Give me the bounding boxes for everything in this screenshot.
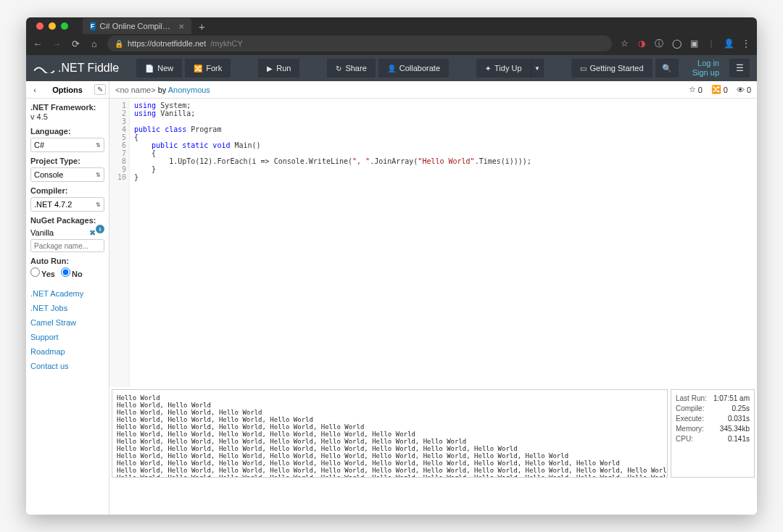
- favicon: F: [90, 22, 96, 30]
- fork-button[interactable]: 🔀Fork: [185, 59, 231, 78]
- book-icon: ▭: [580, 65, 587, 72]
- adblock-icon[interactable]: ◑: [637, 38, 647, 49]
- file-icon: 📄: [145, 65, 154, 72]
- reload-button[interactable]: ⟳: [70, 38, 81, 49]
- sidebar-link-3[interactable]: Support: [30, 333, 104, 341]
- language-label: Language:: [30, 127, 104, 136]
- autorun-yes[interactable]: Yes: [30, 267, 55, 278]
- share-icon: ↻: [336, 65, 341, 72]
- tab-title: C# Online Compiler | .NET Fid…: [100, 22, 173, 30]
- back-button[interactable]: ←: [32, 38, 44, 49]
- sidebar-link-5[interactable]: Contact us: [30, 362, 104, 370]
- project-type-select[interactable]: Console⇅: [30, 167, 104, 182]
- url-host: https://dotnetfiddle.net: [128, 39, 206, 48]
- url-path: /mykhCY: [210, 39, 243, 48]
- collapse-sidebar[interactable]: ‹: [29, 86, 41, 94]
- collaborate-button[interactable]: 👤Collaborate: [378, 59, 449, 78]
- view-count: 👁0: [737, 85, 751, 94]
- close-tab-icon[interactable]: ×: [178, 21, 184, 32]
- stats-panel: Last Run:1:07:51 am Compile:0.25s Execut…: [671, 389, 755, 478]
- login-link[interactable]: Log in: [692, 59, 719, 68]
- nuget-label: NuGet Packages:i: [30, 216, 104, 225]
- star-count[interactable]: ☆0: [689, 85, 703, 94]
- forward-button[interactable]: →: [51, 38, 62, 49]
- sidebar-link-2[interactable]: Camel Straw: [30, 318, 104, 327]
- logo[interactable]: .NET Fiddle: [33, 62, 119, 75]
- maximize-window[interactable]: [61, 22, 68, 30]
- fiddle-name: <no name>: [115, 86, 156, 94]
- lock-icon: 🔒: [115, 40, 123, 48]
- home-button[interactable]: ⌂: [88, 38, 100, 49]
- getting-started-button[interactable]: ▭Getting Started: [571, 59, 652, 78]
- hamburger-icon: ☰: [736, 63, 744, 73]
- signup-link[interactable]: Sign up: [692, 68, 719, 78]
- tidy-button[interactable]: ✦Tidy Up: [476, 59, 531, 78]
- code-editor[interactable]: 12345678910 using System; using Vanilla;…: [109, 99, 757, 387]
- sidebar-link-0[interactable]: .NET Academy: [30, 289, 104, 298]
- remove-package[interactable]: ✖: [89, 228, 96, 238]
- chevron-updown-icon: ⇅: [96, 142, 101, 149]
- search-icon: 🔍: [662, 64, 672, 73]
- sidebar-title: Options: [41, 86, 94, 94]
- app-header: .NET Fiddle 📄New 🔀Fork ▶Run ↻Share 👤Coll…: [26, 55, 757, 81]
- sidebar-link-1[interactable]: .NET Jobs: [30, 304, 104, 312]
- autorun-no[interactable]: No: [61, 267, 83, 278]
- close-window[interactable]: [36, 22, 44, 30]
- compiler-select[interactable]: .NET 4.7.2⇅: [30, 197, 104, 212]
- info-icon[interactable]: i: [96, 225, 104, 233]
- sidebar-gear[interactable]: ✎: [94, 84, 106, 95]
- play-icon: ▶: [267, 65, 273, 72]
- search-button[interactable]: 🔍: [655, 59, 679, 78]
- browser-tab[interactable]: F C# Online Compiler | .NET Fid… ×: [83, 18, 191, 34]
- menu-button[interactable]: ☰: [729, 59, 750, 78]
- new-button[interactable]: 📄New: [136, 59, 182, 78]
- shuffle-icon: 🔀: [711, 85, 721, 94]
- compiler-label: Compiler:: [30, 186, 104, 195]
- sidebar-link-4[interactable]: Roadmap: [30, 347, 104, 356]
- info-icon[interactable]: ⓘ: [654, 38, 664, 50]
- fiddle-header: <no name> by Anonymous ☆0 🔀0 👁0: [109, 81, 757, 99]
- framework-label: .NET Framework:: [30, 103, 104, 112]
- tidy-caret[interactable]: ▼: [531, 59, 544, 78]
- chevron-updown-icon: ⇅: [96, 172, 101, 178]
- star-icon: ☆: [689, 85, 696, 94]
- project-type-label: Project Type:: [30, 157, 104, 165]
- output-panel[interactable]: Hello World Hello World, Hello World Hel…: [112, 389, 668, 478]
- sidebar: ‹ Options ✎ .NET Framework: v 4.5 Langua…: [26, 81, 109, 515]
- ext-icon-2[interactable]: ▣: [689, 38, 699, 49]
- minimize-window[interactable]: [49, 22, 56, 30]
- share-button[interactable]: ↻Share: [327, 59, 375, 78]
- profile-icon[interactable]: 👤: [724, 38, 734, 49]
- user-icon: 👤: [387, 65, 396, 72]
- author-link[interactable]: Anonymous: [168, 86, 210, 94]
- chevron-updown-icon: ⇅: [96, 201, 101, 208]
- divider: |: [706, 38, 716, 49]
- chevron-down-icon: ▼: [534, 65, 540, 72]
- framework-value: v 4.5: [30, 112, 104, 121]
- fork-count[interactable]: 🔀0: [711, 85, 728, 94]
- fork-icon: 🔀: [194, 65, 202, 72]
- line-gutter: 12345678910: [109, 99, 130, 387]
- language-select[interactable]: C#⇅: [30, 138, 104, 152]
- run-button[interactable]: ▶Run: [258, 59, 299, 78]
- nuget-item: Vanilla: [30, 228, 54, 238]
- ext-icon-1[interactable]: ◯: [671, 38, 682, 49]
- autorun-label: Auto Run:: [30, 257, 104, 265]
- new-tab-button[interactable]: +: [199, 20, 205, 33]
- sparkle-icon: ✦: [485, 65, 491, 72]
- browser-chrome: F C# Online Compiler | .NET Fid… × + ← →…: [26, 17, 757, 55]
- star-icon[interactable]: ☆: [619, 38, 629, 49]
- eye-icon: 👁: [737, 86, 745, 94]
- address-bar[interactable]: 🔒 https://dotnetfiddle.net/mykhCY: [107, 36, 612, 51]
- package-input[interactable]: [30, 239, 104, 252]
- menu-icon[interactable]: ⋮: [741, 38, 751, 49]
